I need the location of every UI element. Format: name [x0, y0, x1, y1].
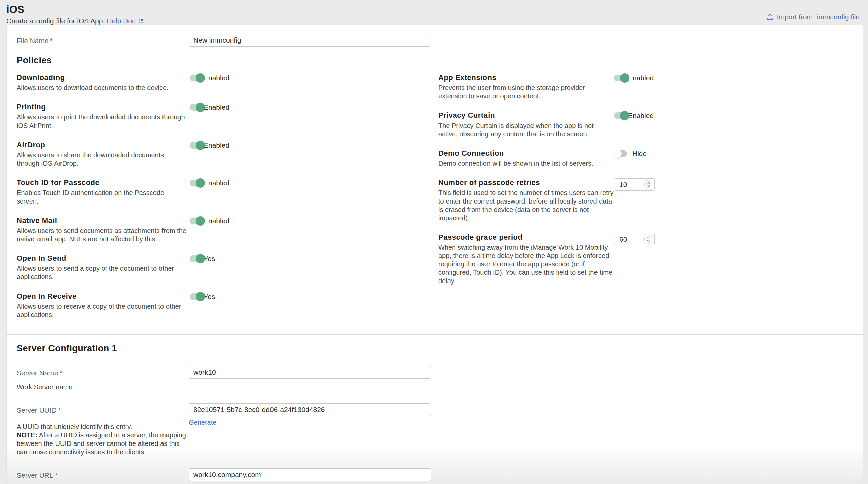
number-spinner[interactable] — [644, 180, 652, 189]
printing-toggle[interactable] — [190, 104, 203, 111]
policy-item-touch-id: Touch ID for Passcode Enables Touch ID a… — [17, 178, 438, 205]
passcode-retries-value[interactable] — [619, 180, 644, 189]
page-title: iOS — [6, 4, 861, 16]
import-label: Import from .immconfig file — [777, 13, 860, 21]
toggle-state-label: Enabled — [628, 74, 654, 82]
uuid-note-text: After a UUID is assigned to a server, th… — [17, 431, 186, 456]
native-mail-toggle[interactable] — [190, 218, 203, 224]
policy-title: Demo Connection — [438, 149, 614, 158]
policy-item-open-in-send: Open In Send Allows users to send a copy… — [17, 254, 438, 281]
file-name-label: File Name* — [17, 34, 189, 47]
generate-uuid-link[interactable]: Generate — [189, 419, 216, 426]
page-header: iOS Create a config file for iOS App. He… — [0, 0, 868, 25]
required-asterisk: * — [58, 406, 61, 414]
policy-item-airdrop: AirDrop Allows users to share the downlo… — [17, 140, 438, 168]
policy-title: AirDrop — [17, 140, 190, 149]
toggle-state-label: Enabled — [204, 104, 229, 111]
policy-title: Number of passcode retries — [438, 178, 614, 187]
server-name-helper: Work Server name — [17, 383, 189, 391]
server-configuration-section: Server Configuration 1 Server Name* Work… — [7, 343, 863, 484]
server-name-input[interactable] — [189, 366, 431, 378]
policy-title: Printing — [17, 103, 190, 111]
help-doc-label: Help Doc — [107, 17, 135, 25]
policy-desc: Allows users to print the downloaded doc… — [17, 113, 187, 130]
passcode-grace-value[interactable] — [619, 235, 644, 244]
toggle-knob — [195, 216, 205, 226]
spinner-up-icon — [647, 237, 650, 239]
policy-item-passcode-retries: Number of passcode retries This field is… — [438, 178, 852, 222]
passcode-grace-input[interactable] — [614, 233, 655, 245]
passcode-retries-input[interactable] — [614, 178, 655, 191]
policy-item-open-in-receive: Open In Receive Allows users to receive … — [17, 291, 438, 319]
policy-desc: This field is used to set the number of … — [438, 189, 614, 222]
uuid-note: NOTE: After a UUID is assigned to a serv… — [17, 431, 189, 456]
section-divider — [7, 334, 863, 335]
policy-item-downloading: Downloading Allows users to download doc… — [17, 73, 438, 92]
toggle-state-label: Enabled — [628, 112, 654, 120]
policies-right-column: App Extensions Prevents the user from us… — [438, 73, 852, 295]
toggle-knob — [195, 292, 205, 301]
policy-title: Privacy Curtain — [438, 111, 614, 120]
toggle-knob — [195, 254, 205, 263]
number-spinner[interactable] — [644, 235, 652, 244]
server-name-label: Server Name* — [17, 366, 189, 378]
spinner-up-icon — [647, 182, 650, 184]
server-uuid-helper: A UUID that uniquely identify this entry… — [17, 423, 189, 456]
toggle-state-label: Enabled — [204, 217, 229, 225]
policy-item-app-extensions: App Extensions Prevents the user from us… — [438, 73, 852, 101]
policy-desc: Allows users to receive a copy of the do… — [17, 302, 187, 319]
policies-heading: Policies — [17, 55, 852, 66]
policies-left-column: Downloading Allows users to download doc… — [17, 73, 438, 330]
policy-title: Open In Receive — [17, 291, 190, 301]
toggle-state-label: Enabled — [204, 141, 229, 149]
spinner-down-icon — [647, 240, 650, 242]
toggle-state-label: Hide — [632, 150, 647, 158]
subtitle-text: Create a config file for iOS App. — [6, 17, 105, 25]
privacy-curtain-toggle[interactable] — [614, 112, 627, 119]
server-uuid-input[interactable] — [189, 403, 431, 416]
toggle-knob — [195, 141, 205, 150]
server-url-input[interactable] — [189, 468, 431, 481]
policy-desc: Demo connection will be shown in the lis… — [438, 159, 614, 168]
app-extensions-toggle[interactable] — [614, 75, 627, 81]
import-immconfig-link[interactable]: Import from .immconfig file — [766, 13, 860, 21]
required-asterisk: * — [60, 369, 62, 376]
policy-desc: Prevents the user from using the storage… — [438, 84, 614, 101]
page-subtitle: Create a config file for iOS App. Help D… — [6, 17, 861, 25]
toggle-knob — [195, 103, 205, 112]
policy-desc: When switching away from the iManage Wor… — [438, 243, 614, 285]
toggle-state-label: Yes — [204, 292, 215, 301]
server-uuid-label: Server UUID* — [17, 403, 189, 416]
demo-connection-toggle[interactable] — [614, 150, 627, 157]
policy-title: App Extensions — [438, 73, 614, 82]
policy-item-native-mail: Native Mail Allows users to send documen… — [17, 216, 438, 243]
policy-desc: Allows users to share the downloaded doc… — [17, 151, 187, 168]
file-name-row: File Name* — [17, 25, 852, 47]
help-doc-link[interactable]: Help Doc — [107, 17, 144, 25]
toggle-state-label: Enabled — [204, 179, 229, 187]
policy-desc: The Privacy Curtain is displayed when th… — [438, 121, 614, 138]
server-url-label: Server URL* — [17, 468, 189, 481]
open-in-receive-toggle[interactable] — [190, 293, 203, 300]
policies-grid: Downloading Allows users to download doc… — [17, 73, 852, 330]
touch-id-toggle[interactable] — [190, 180, 203, 187]
downloading-toggle[interactable] — [190, 75, 203, 81]
server-config-heading: Server Configuration 1 — [17, 343, 852, 354]
policy-title: Open In Send — [17, 254, 190, 263]
file-name-input[interactable] — [189, 34, 431, 47]
policy-desc: Allows users to download documents to th… — [17, 84, 187, 92]
config-form-card: File Name* Policies Downloading Allows u… — [6, 25, 863, 484]
policy-item-demo-connection: Demo Connection Demo connection will be … — [438, 149, 852, 168]
toggle-knob — [620, 73, 629, 83]
policy-item-privacy-curtain: Privacy Curtain The Privacy Curtain is d… — [438, 111, 852, 138]
airdrop-toggle[interactable] — [190, 142, 203, 149]
policy-title: Native Mail — [17, 216, 190, 225]
toggle-state-label: Enabled — [204, 74, 229, 82]
policy-desc: Enables Touch ID authentication on the P… — [17, 189, 187, 205]
toggle-knob — [620, 111, 629, 120]
toggle-knob — [195, 178, 205, 188]
uuid-note-label: NOTE: — [17, 431, 37, 439]
open-in-send-toggle[interactable] — [190, 255, 203, 262]
toggle-knob — [195, 73, 205, 83]
uuid-helper-line: A UUID that uniquely identify this entry… — [17, 423, 189, 431]
